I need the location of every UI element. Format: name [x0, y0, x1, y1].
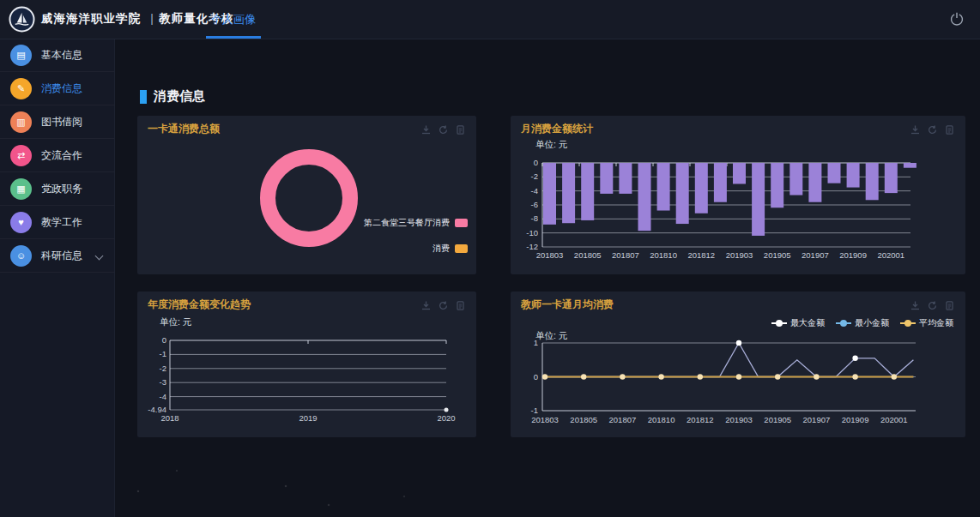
donut-legend: 第二食堂三号餐厅消费 消费 — [364, 217, 468, 255]
svg-text:-1: -1 — [160, 349, 166, 358]
section-header: 消费信息 — [140, 88, 205, 105]
svg-text:201903: 201903 — [726, 250, 753, 260]
sidebar-item-consumption-info[interactable]: ✎ 消费信息 — [0, 72, 114, 105]
section-title: 消费信息 — [154, 88, 205, 105]
svg-text:-1: -1 — [531, 406, 538, 415]
cart-icon: ⇄ — [10, 145, 32, 166]
legend-marker — [836, 322, 851, 324]
book-icon: ▥ — [10, 111, 32, 133]
panel-annual-consumption-trend: 年度消费金额变化趋势 单位: 元 0-1-2-3-4-4.94201820192… — [137, 292, 476, 437]
svg-text:201805: 201805 — [574, 250, 602, 260]
annual-trend-line-chart: 0-1-2-3-4-4.94201820192020 — [137, 292, 476, 437]
badge-heart-icon: ♥ — [10, 212, 32, 233]
legend-swatch — [455, 219, 468, 227]
legend-swatch — [455, 244, 468, 253]
report-icon[interactable] — [944, 123, 955, 135]
refresh-icon[interactable] — [927, 299, 938, 310]
panel-actions — [420, 299, 466, 310]
svg-text:-3: -3 — [160, 377, 166, 387]
legend-marker — [900, 322, 916, 324]
sidebar-item-party-position[interactable]: ▦ 党政职务 — [0, 172, 114, 206]
person-search-icon: ☺ — [10, 245, 32, 267]
id-card-icon: ▤ — [10, 45, 32, 66]
svg-text:201907: 201907 — [803, 415, 831, 424]
legend-item-consume[interactable]: 消费 — [433, 243, 468, 255]
panel-card-consumption-total: 一卡通消费总额 第二食堂三号餐厅消费 消费 — [137, 116, 476, 274]
svg-text:-2: -2 — [160, 364, 166, 373]
legend-marker — [771, 322, 787, 324]
sidebar-item-exchange-cooperation[interactable]: ⇄ 交流合作 — [0, 139, 114, 172]
svg-text:201812: 201812 — [687, 415, 714, 424]
svg-text:201803: 201803 — [536, 250, 564, 260]
sidebar-item-label: 教学工作 — [41, 215, 82, 230]
sidebar-item-teaching-work[interactable]: ♥ 教学工作 — [0, 206, 114, 239]
svg-text:-6: -6 — [531, 200, 538, 209]
svg-text:1: 1 — [534, 338, 538, 347]
svg-text:201807: 201807 — [609, 415, 637, 424]
download-icon[interactable] — [420, 299, 432, 310]
power-icon[interactable] — [949, 11, 965, 27]
report-icon[interactable] — [944, 299, 955, 310]
section-accent-bar — [140, 90, 147, 104]
svg-text:-10: -10 — [526, 228, 538, 237]
svg-text:2020: 2020 — [437, 413, 455, 423]
sidebar: ▤ 基本信息 ✎ 消费信息 ▥ 图书借阅 ⇄ 交流合作 ▦ 党政职务 ♥ 教学工… — [0, 39, 115, 517]
hand-card-icon: ✎ — [10, 78, 32, 99]
svg-text:201907: 201907 — [802, 250, 829, 260]
school-sailboat-logo — [9, 6, 35, 33]
legend-item-max[interactable]: 最大金额 — [771, 317, 825, 329]
download-icon[interactable] — [910, 123, 921, 135]
svg-text:2018: 2018 — [160, 413, 178, 423]
sidebar-item-label: 基本信息 — [41, 48, 82, 63]
svg-text:201812: 201812 — [687, 250, 715, 260]
svg-text:201903: 201903 — [725, 415, 753, 424]
sidebar-item-basic-info[interactable]: ▤ 基本信息 — [0, 39, 114, 72]
chevron-down-icon — [95, 252, 104, 261]
sidebar-item-label: 交流合作 — [41, 148, 82, 163]
download-icon[interactable] — [420, 123, 432, 135]
line-chart-legend: 最大金额 最小金额 平均金额 — [771, 317, 953, 329]
svg-text:-8: -8 — [531, 213, 538, 223]
app: { "header": { "school_name": "威海海洋职业学院",… — [0, 0, 980, 517]
sidebar-item-label: 消费信息 — [41, 81, 82, 96]
svg-text:201909: 201909 — [842, 415, 869, 424]
svg-text:201909: 201909 — [839, 250, 867, 260]
legend-item-min[interactable]: 最小金额 — [836, 317, 889, 329]
sidebar-item-library-borrowing[interactable]: ▥ 图书借阅 — [0, 105, 114, 139]
svg-text:0: 0 — [162, 335, 166, 345]
monthly-average-line-chart: 10-1201803201805201807201810201812201903… — [511, 292, 965, 437]
panel-actions — [420, 123, 466, 135]
panel-actions — [910, 123, 955, 135]
svg-text:201810: 201810 — [650, 250, 677, 260]
legend-item-canteen[interactable]: 第二食堂三号餐厅消费 — [364, 217, 468, 229]
sidebar-item-research-info[interactable]: ☺ 科研信息 — [0, 239, 114, 273]
refresh-icon[interactable] — [438, 123, 449, 135]
svg-text:201810: 201810 — [648, 415, 675, 424]
sidebar-item-label: 科研信息 — [41, 249, 82, 263]
svg-text:201905: 201905 — [764, 415, 791, 424]
monthly-bar-chart: 0-2-4-6-8-10-122018032018052018072018102… — [511, 116, 965, 274]
legend-item-avg[interactable]: 平均金额 — [900, 317, 953, 329]
svg-text:202001: 202001 — [877, 250, 904, 260]
svg-text:-4: -4 — [160, 392, 166, 401]
report-icon[interactable] — [455, 299, 466, 310]
svg-text:202001: 202001 — [880, 415, 908, 424]
tab-personal-profile[interactable]: 个人画像 — [199, 0, 268, 39]
svg-text:-2: -2 — [531, 171, 538, 181]
svg-text:201807: 201807 — [612, 250, 639, 260]
refresh-icon[interactable] — [927, 123, 938, 135]
svg-text:-4: -4 — [531, 186, 538, 195]
tab-active-underline — [206, 36, 261, 39]
panel-teacher-monthly-average: 教师一卡通月均消费 最大金额 最小金额 平均金额 单位: 元 10-120180… — [511, 292, 965, 437]
svg-text:2019: 2019 — [299, 413, 317, 423]
panel-actions — [910, 299, 955, 310]
panel-monthly-consumption-stats: 月消费金额统计 单位: 元 0-2-4-6-8-10-1220180320180… — [511, 116, 965, 274]
building-icon: ▦ — [10, 178, 32, 200]
svg-text:201805: 201805 — [570, 415, 597, 424]
top-header: 威海海洋职业学院 |教师量化考核 个人画像 — [0, 0, 980, 39]
report-icon[interactable] — [455, 123, 466, 135]
svg-text:201905: 201905 — [764, 250, 791, 260]
svg-text:0: 0 — [534, 158, 538, 167]
download-icon[interactable] — [910, 299, 921, 310]
refresh-icon[interactable] — [438, 299, 449, 310]
